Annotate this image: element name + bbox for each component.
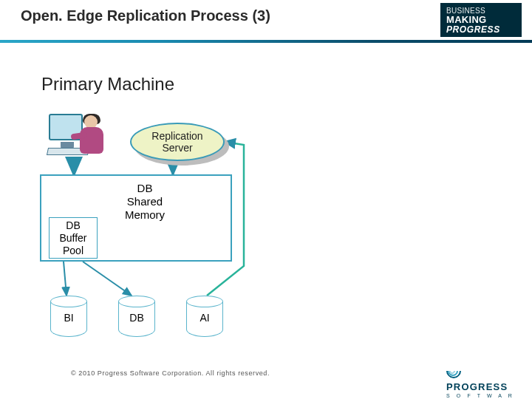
db-buffer-pool-box: DB Buffer Pool [49, 217, 98, 259]
user-at-workstation-icon [46, 109, 103, 164]
shm-l2: Shared [115, 195, 174, 208]
bi-datastore-cylinder: BI [50, 296, 87, 337]
logo-line-1: BUSINESS [446, 7, 516, 15]
db-datastore-cylinder: DB [118, 296, 155, 337]
svg-line-3 [83, 262, 132, 296]
db-shared-memory-label: DB Shared Memory [115, 182, 174, 222]
logo-line-3: PROGRESS [446, 25, 516, 35]
bi-label: BI [50, 312, 87, 324]
person-icon [78, 115, 103, 158]
db-label: DB [118, 312, 155, 324]
buf-l2: Buffer [50, 232, 97, 245]
replication-server-label-1: Replication [132, 130, 223, 142]
progress-word: PROGRESS [446, 381, 508, 392]
logo-line-2: MAKING [446, 15, 516, 25]
progress-software-logo: PROGRESS S O F T W A R E [446, 362, 517, 384]
shm-l3: Memory [115, 208, 174, 222]
slide-title: Open. Edge Replication Process (3) [21, 7, 270, 24]
primary-machine-heading: Primary Machine [41, 74, 174, 95]
replication-server-label-2: Server [132, 142, 223, 154]
monitor-icon [49, 114, 83, 140]
svg-line-2 [64, 262, 66, 296]
progress-subword: S O F T W A R E [446, 393, 517, 399]
progress-arcs-icon [446, 362, 461, 380]
shm-l1: DB [115, 182, 174, 195]
ai-datastore-cylinder: AI [186, 296, 223, 337]
replication-server-shadow [134, 127, 229, 166]
buf-l3: Pool [50, 245, 97, 257]
buf-l1: DB [50, 219, 97, 232]
copyright-text: © 2010 Progress Software Corporation. Al… [71, 369, 270, 377]
ai-label: AI [186, 312, 223, 324]
keyboard-icon [47, 148, 89, 155]
header-separator [0, 40, 532, 43]
business-making-progress-logo: BUSINESS MAKING PROGRESS [440, 3, 522, 37]
db-shared-memory-box [40, 174, 232, 262]
replication-server-node: Replication Server [130, 123, 225, 161]
flow-arrows [0, 0, 532, 399]
